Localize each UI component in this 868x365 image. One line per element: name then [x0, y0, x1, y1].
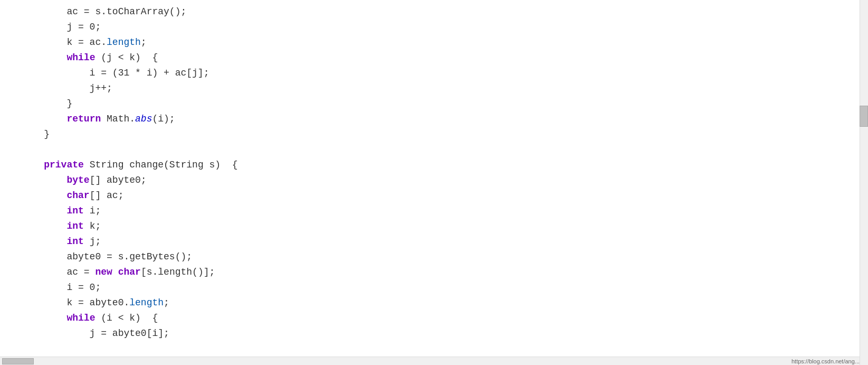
code-line: j++;	[21, 81, 855, 96]
code-line: char[] ac;	[21, 188, 855, 203]
status-url: https://blog.csdn.net/ang...	[791, 358, 860, 364]
code-line: private String change(String s) {	[21, 157, 855, 173]
code-line	[21, 142, 855, 157]
code-line: }	[21, 96, 855, 111]
code-line: j = abyte0[i];	[21, 326, 855, 341]
code-line: int i;	[21, 203, 855, 219]
code-line: i = (31 * i) + ac[j];	[21, 65, 855, 81]
code-line: byte[] abyte0;	[21, 173, 855, 188]
code-line: ac = s.toCharArray();	[21, 4, 855, 20]
code-line: ac = new char[s.length()];	[21, 265, 855, 280]
horizontal-scrollbar-thumb[interactable]	[2, 358, 34, 364]
code-line: }	[21, 127, 855, 142]
code-line: return Math.abs(i);	[21, 111, 855, 127]
code-line: j = 0;	[21, 20, 855, 35]
code-line: int j;	[21, 234, 855, 249]
code-line: while (j < k) {	[21, 50, 855, 65]
code-line: abyte0 = s.getBytes();	[21, 249, 855, 265]
code-editor: ac = s.toCharArray(); j = 0; k = ac.leng…	[0, 0, 855, 365]
code-line: k = ac.length;	[21, 35, 855, 50]
horizontal-scrollbar[interactable]: https://blog.csdn.net/ang...	[0, 357, 860, 365]
code-line: i = 0;	[21, 280, 855, 295]
vertical-scrollbar-thumb[interactable]	[860, 106, 868, 127]
code-line: k = abyte0.length;	[21, 295, 855, 311]
code-line: while (i < k) {	[21, 311, 855, 326]
code-line: int k;	[21, 219, 855, 234]
vertical-scrollbar-track[interactable]	[860, 0, 868, 365]
